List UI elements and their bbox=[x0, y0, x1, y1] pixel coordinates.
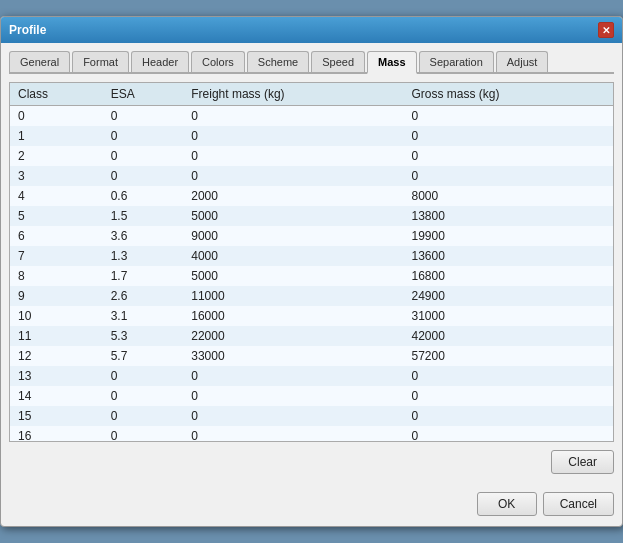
mass-table: Class ESA Freight mass (kg) Gross mass (… bbox=[10, 83, 613, 442]
cell-freight: 0 bbox=[183, 106, 403, 127]
cell-esa: 0 bbox=[103, 386, 184, 406]
table-row: 15000 bbox=[10, 406, 613, 426]
cell-gross: 24900 bbox=[403, 286, 613, 306]
cell-gross: 31000 bbox=[403, 306, 613, 326]
cell-esa: 0 bbox=[103, 146, 184, 166]
cell-class: 9 bbox=[10, 286, 103, 306]
table-row: 40.620008000 bbox=[10, 186, 613, 206]
table-row: 13000 bbox=[10, 366, 613, 386]
cell-freight: 33000 bbox=[183, 346, 403, 366]
cell-freight: 0 bbox=[183, 386, 403, 406]
cell-gross: 0 bbox=[403, 366, 613, 386]
table-row: 3000 bbox=[10, 166, 613, 186]
table-header-row: Class ESA Freight mass (kg) Gross mass (… bbox=[10, 83, 613, 106]
cell-class: 12 bbox=[10, 346, 103, 366]
tab-scheme[interactable]: Scheme bbox=[247, 51, 309, 72]
cell-class: 0 bbox=[10, 106, 103, 127]
cell-class: 1 bbox=[10, 126, 103, 146]
cell-gross: 16800 bbox=[403, 266, 613, 286]
tab-format[interactable]: Format bbox=[72, 51, 129, 72]
cell-gross: 0 bbox=[403, 386, 613, 406]
cell-freight: 16000 bbox=[183, 306, 403, 326]
cell-esa: 3.1 bbox=[103, 306, 184, 326]
cell-freight: 0 bbox=[183, 146, 403, 166]
cell-class: 15 bbox=[10, 406, 103, 426]
table-row: 92.61100024900 bbox=[10, 286, 613, 306]
cell-esa: 1.7 bbox=[103, 266, 184, 286]
cell-class: 5 bbox=[10, 206, 103, 226]
tab-separation[interactable]: Separation bbox=[419, 51, 494, 72]
cell-class: 3 bbox=[10, 166, 103, 186]
cell-gross: 0 bbox=[403, 166, 613, 186]
cell-esa: 1.3 bbox=[103, 246, 184, 266]
cell-class: 6 bbox=[10, 226, 103, 246]
col-header-esa: ESA bbox=[103, 83, 184, 106]
cell-class: 10 bbox=[10, 306, 103, 326]
cell-freight: 11000 bbox=[183, 286, 403, 306]
cell-freight: 2000 bbox=[183, 186, 403, 206]
cell-esa: 2.6 bbox=[103, 286, 184, 306]
cell-freight: 0 bbox=[183, 426, 403, 442]
table-row: 1000 bbox=[10, 126, 613, 146]
table-row: 115.32200042000 bbox=[10, 326, 613, 346]
mass-table-container[interactable]: Class ESA Freight mass (kg) Gross mass (… bbox=[9, 82, 614, 442]
cell-freight: 22000 bbox=[183, 326, 403, 346]
table-row: 14000 bbox=[10, 386, 613, 406]
table-row: 71.3400013600 bbox=[10, 246, 613, 266]
tab-bar: GeneralFormatHeaderColorsSchemeSpeedMass… bbox=[9, 51, 614, 74]
tab-adjust[interactable]: Adjust bbox=[496, 51, 549, 72]
clear-button-row: Clear bbox=[9, 450, 614, 474]
title-bar: Profile ✕ bbox=[1, 17, 622, 43]
cell-esa: 0 bbox=[103, 166, 184, 186]
table-row: 103.11600031000 bbox=[10, 306, 613, 326]
tab-speed[interactable]: Speed bbox=[311, 51, 365, 72]
cell-esa: 0.6 bbox=[103, 186, 184, 206]
tab-general[interactable]: General bbox=[9, 51, 70, 72]
table-row: 2000 bbox=[10, 146, 613, 166]
table-row: 63.6900019900 bbox=[10, 226, 613, 246]
cell-gross: 13600 bbox=[403, 246, 613, 266]
cell-esa: 3.6 bbox=[103, 226, 184, 246]
col-header-class: Class bbox=[10, 83, 103, 106]
cell-esa: 0 bbox=[103, 406, 184, 426]
cell-gross: 19900 bbox=[403, 226, 613, 246]
cell-freight: 4000 bbox=[183, 246, 403, 266]
cell-gross: 0 bbox=[403, 146, 613, 166]
cell-class: 13 bbox=[10, 366, 103, 386]
table-row: 0000 bbox=[10, 106, 613, 127]
clear-button[interactable]: Clear bbox=[551, 450, 614, 474]
table-row: 51.5500013800 bbox=[10, 206, 613, 226]
tab-header[interactable]: Header bbox=[131, 51, 189, 72]
cell-esa: 0 bbox=[103, 126, 184, 146]
cell-esa: 1.5 bbox=[103, 206, 184, 226]
cell-esa: 0 bbox=[103, 106, 184, 127]
cell-freight: 0 bbox=[183, 406, 403, 426]
profile-dialog: Profile ✕ GeneralFormatHeaderColorsSchem… bbox=[0, 16, 623, 527]
window-title: Profile bbox=[9, 23, 46, 37]
ok-button[interactable]: OK bbox=[477, 492, 537, 516]
cell-esa: 5.3 bbox=[103, 326, 184, 346]
tab-mass[interactable]: Mass bbox=[367, 51, 417, 74]
tab-colors[interactable]: Colors bbox=[191, 51, 245, 72]
cell-freight: 5000 bbox=[183, 206, 403, 226]
cell-gross: 0 bbox=[403, 126, 613, 146]
bottom-button-row: OK Cancel bbox=[1, 486, 622, 526]
cell-esa: 0 bbox=[103, 426, 184, 442]
cell-class: 16 bbox=[10, 426, 103, 442]
cell-gross: 57200 bbox=[403, 346, 613, 366]
cell-class: 4 bbox=[10, 186, 103, 206]
close-button[interactable]: ✕ bbox=[598, 22, 614, 38]
cell-freight: 0 bbox=[183, 166, 403, 186]
cell-esa: 0 bbox=[103, 366, 184, 386]
cell-class: 8 bbox=[10, 266, 103, 286]
col-header-gross: Gross mass (kg) bbox=[403, 83, 613, 106]
main-content: GeneralFormatHeaderColorsSchemeSpeedMass… bbox=[1, 43, 622, 486]
cell-freight: 5000 bbox=[183, 266, 403, 286]
table-body: 000010002000300040.62000800051.550001380… bbox=[10, 106, 613, 443]
table-row: 125.73300057200 bbox=[10, 346, 613, 366]
cell-class: 7 bbox=[10, 246, 103, 266]
cell-class: 11 bbox=[10, 326, 103, 346]
cell-gross: 13800 bbox=[403, 206, 613, 226]
cell-class: 14 bbox=[10, 386, 103, 406]
cancel-button[interactable]: Cancel bbox=[543, 492, 614, 516]
